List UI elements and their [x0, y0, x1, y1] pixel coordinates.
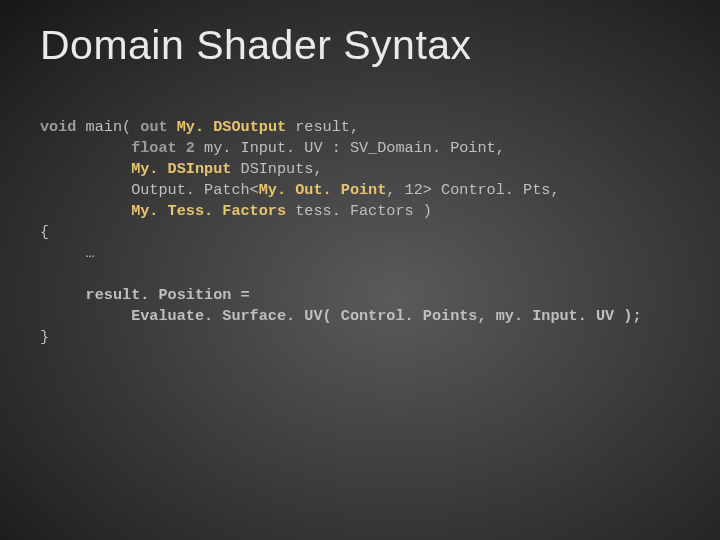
kw-void: void [40, 118, 76, 136]
slide-title: Domain Shader Syntax [40, 22, 690, 69]
code-indent [40, 139, 131, 157]
code-block: void main( out My. DSOutput result, floa… [40, 117, 690, 348]
code-text: tess. Factors ) [286, 202, 432, 220]
code-result-line1: result. Position = [40, 286, 250, 304]
kw-float2: float 2 [131, 139, 195, 157]
code-text: my. Input. UV : SV_Domain. Point, [195, 139, 505, 157]
code-text: Output. Patch< [40, 181, 259, 199]
kw-out: out [140, 118, 176, 136]
code-result-line2: Evaluate. Surface. UV( Control. Points, … [40, 307, 642, 325]
type-dsinput: My. DSInput [131, 160, 231, 178]
ellipsis: … [40, 244, 95, 262]
type-outpoint: My. Out. Point [259, 181, 387, 199]
type-dsoutput: My. DSOutput [177, 118, 286, 136]
code-text: result, [286, 118, 359, 136]
code-text: , 12> Control. Pts, [386, 181, 559, 199]
code-indent [40, 160, 131, 178]
type-tessfactors: My. Tess. Factors [131, 202, 286, 220]
brace-close: } [40, 328, 49, 346]
code-indent [40, 202, 131, 220]
code-text: main( [76, 118, 140, 136]
brace-open: { [40, 223, 49, 241]
code-text: DSInputs, [231, 160, 322, 178]
